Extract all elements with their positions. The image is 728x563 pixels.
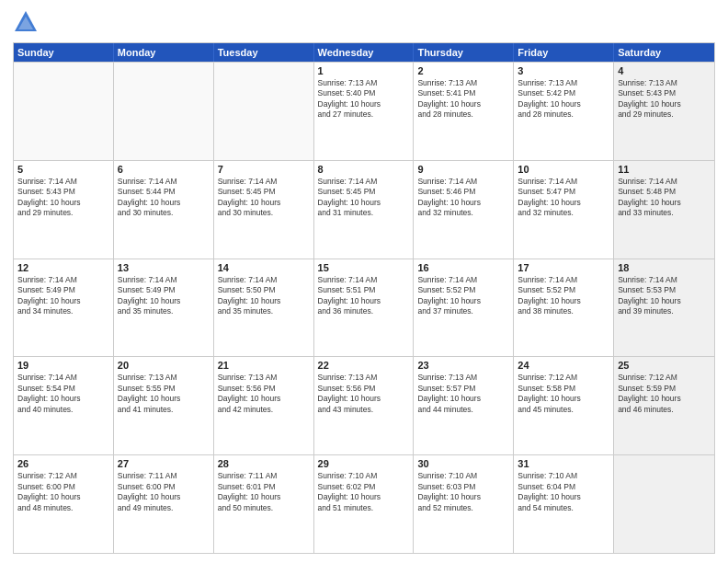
day-number: 19	[17, 360, 109, 371]
day-cell-21: 21Sunrise: 7:13 AM Sunset: 5:56 PM Dayli…	[214, 357, 314, 454]
day-number: 2	[417, 65, 509, 76]
day-info: Sunrise: 7:11 AM Sunset: 6:01 PM Dayligh…	[218, 471, 310, 513]
day-cell-12: 12Sunrise: 7:14 AM Sunset: 5:49 PM Dayli…	[14, 259, 114, 357]
day-number: 26	[17, 458, 109, 469]
day-cell-empty	[114, 63, 214, 160]
day-number: 21	[218, 360, 310, 371]
day-info: Sunrise: 7:12 AM Sunset: 5:59 PM Dayligh…	[618, 373, 711, 415]
day-cell-24: 24Sunrise: 7:12 AM Sunset: 5:58 PM Dayli…	[514, 357, 614, 454]
day-cell-empty	[14, 63, 114, 160]
week-row-4: 19Sunrise: 7:14 AM Sunset: 5:54 PM Dayli…	[14, 356, 714, 454]
day-headers: SundayMondayTuesdayWednesdayThursdayFrid…	[14, 43, 714, 62]
day-cell-5: 5Sunrise: 7:14 AM Sunset: 5:43 PM Daylig…	[14, 161, 114, 259]
week-row-5: 26Sunrise: 7:12 AM Sunset: 6:00 PM Dayli…	[14, 454, 714, 553]
day-cell-10: 10Sunrise: 7:14 AM Sunset: 5:47 PM Dayli…	[514, 161, 614, 259]
day-cell-19: 19Sunrise: 7:14 AM Sunset: 5:54 PM Dayli…	[14, 357, 114, 454]
day-number: 8	[318, 164, 410, 175]
day-info: Sunrise: 7:14 AM Sunset: 5:46 PM Dayligh…	[417, 177, 509, 219]
page-header	[13, 9, 715, 35]
day-number: 22	[318, 360, 410, 371]
day-cell-22: 22Sunrise: 7:13 AM Sunset: 5:56 PM Dayli…	[314, 357, 415, 454]
day-info: Sunrise: 7:14 AM Sunset: 5:45 PM Dayligh…	[218, 177, 310, 219]
logo-icon	[13, 9, 39, 35]
day-info: Sunrise: 7:10 AM Sunset: 6:02 PM Dayligh…	[318, 471, 410, 513]
day-number: 10	[518, 164, 609, 175]
weeks: 1Sunrise: 7:13 AM Sunset: 5:40 PM Daylig…	[14, 62, 714, 553]
day-header-saturday: Saturday	[614, 43, 714, 62]
day-number: 5	[17, 164, 109, 175]
week-row-1: 1Sunrise: 7:13 AM Sunset: 5:40 PM Daylig…	[14, 62, 714, 160]
day-cell-6: 6Sunrise: 7:14 AM Sunset: 5:44 PM Daylig…	[114, 161, 214, 259]
week-row-2: 5Sunrise: 7:14 AM Sunset: 5:43 PM Daylig…	[14, 160, 714, 259]
day-info: Sunrise: 7:12 AM Sunset: 5:58 PM Dayligh…	[518, 373, 609, 415]
day-number: 28	[218, 458, 310, 469]
day-number: 20	[118, 360, 210, 371]
day-info: Sunrise: 7:14 AM Sunset: 5:54 PM Dayligh…	[17, 373, 109, 415]
day-cell-20: 20Sunrise: 7:13 AM Sunset: 5:55 PM Dayli…	[114, 357, 214, 454]
day-cell-18: 18Sunrise: 7:14 AM Sunset: 5:53 PM Dayli…	[614, 259, 714, 357]
day-info: Sunrise: 7:10 AM Sunset: 6:03 PM Dayligh…	[417, 471, 509, 513]
day-number: 23	[417, 360, 509, 371]
day-number: 1	[318, 65, 410, 76]
day-number: 25	[618, 360, 711, 371]
day-cell-8: 8Sunrise: 7:14 AM Sunset: 5:45 PM Daylig…	[314, 161, 415, 259]
day-number: 3	[518, 65, 609, 76]
day-info: Sunrise: 7:14 AM Sunset: 5:43 PM Dayligh…	[17, 177, 109, 219]
day-info: Sunrise: 7:13 AM Sunset: 5:57 PM Dayligh…	[417, 373, 509, 415]
day-header-monday: Monday	[114, 43, 214, 62]
day-cell-7: 7Sunrise: 7:14 AM Sunset: 5:45 PM Daylig…	[214, 161, 314, 259]
day-info: Sunrise: 7:12 AM Sunset: 6:00 PM Dayligh…	[17, 471, 109, 513]
day-cell-2: 2Sunrise: 7:13 AM Sunset: 5:41 PM Daylig…	[414, 63, 514, 160]
day-header-friday: Friday	[514, 43, 614, 62]
day-cell-27: 27Sunrise: 7:11 AM Sunset: 6:00 PM Dayli…	[114, 455, 214, 553]
day-header-sunday: Sunday	[14, 43, 114, 62]
day-number: 11	[618, 164, 711, 175]
day-cell-4: 4Sunrise: 7:13 AM Sunset: 5:43 PM Daylig…	[614, 63, 714, 160]
day-number: 30	[417, 458, 509, 469]
day-cell-3: 3Sunrise: 7:13 AM Sunset: 5:42 PM Daylig…	[514, 63, 614, 160]
day-info: Sunrise: 7:14 AM Sunset: 5:48 PM Dayligh…	[618, 177, 711, 219]
calendar: SundayMondayTuesdayWednesdayThursdayFrid…	[13, 42, 715, 554]
day-header-tuesday: Tuesday	[214, 43, 314, 62]
day-info: Sunrise: 7:11 AM Sunset: 6:00 PM Dayligh…	[118, 471, 210, 513]
day-info: Sunrise: 7:14 AM Sunset: 5:49 PM Dayligh…	[118, 275, 210, 317]
day-cell-14: 14Sunrise: 7:14 AM Sunset: 5:50 PM Dayli…	[214, 259, 314, 357]
day-number: 4	[618, 65, 711, 76]
day-info: Sunrise: 7:13 AM Sunset: 5:56 PM Dayligh…	[318, 373, 410, 415]
day-info: Sunrise: 7:14 AM Sunset: 5:53 PM Dayligh…	[618, 275, 711, 317]
day-number: 6	[118, 164, 210, 175]
logo	[13, 9, 42, 35]
day-cell-26: 26Sunrise: 7:12 AM Sunset: 6:00 PM Dayli…	[14, 455, 114, 553]
day-info: Sunrise: 7:10 AM Sunset: 6:04 PM Dayligh…	[518, 471, 609, 513]
day-cell-1: 1Sunrise: 7:13 AM Sunset: 5:40 PM Daylig…	[314, 63, 415, 160]
day-number: 16	[417, 262, 509, 273]
day-info: Sunrise: 7:13 AM Sunset: 5:42 PM Dayligh…	[518, 78, 609, 121]
day-cell-empty	[214, 63, 314, 160]
day-cell-29: 29Sunrise: 7:10 AM Sunset: 6:02 PM Dayli…	[314, 455, 415, 553]
day-number: 18	[618, 262, 711, 273]
day-cell-13: 13Sunrise: 7:14 AM Sunset: 5:49 PM Dayli…	[114, 259, 214, 357]
day-info: Sunrise: 7:13 AM Sunset: 5:43 PM Dayligh…	[618, 78, 711, 121]
day-cell-11: 11Sunrise: 7:14 AM Sunset: 5:48 PM Dayli…	[614, 161, 714, 259]
day-info: Sunrise: 7:13 AM Sunset: 5:56 PM Dayligh…	[218, 373, 310, 415]
day-info: Sunrise: 7:14 AM Sunset: 5:52 PM Dayligh…	[417, 275, 509, 317]
day-cell-31: 31Sunrise: 7:10 AM Sunset: 6:04 PM Dayli…	[514, 455, 614, 553]
day-header-thursday: Thursday	[414, 43, 514, 62]
day-number: 24	[518, 360, 609, 371]
day-number: 7	[218, 164, 310, 175]
week-row-3: 12Sunrise: 7:14 AM Sunset: 5:49 PM Dayli…	[14, 259, 714, 357]
day-number: 31	[518, 458, 609, 469]
day-cell-9: 9Sunrise: 7:14 AM Sunset: 5:46 PM Daylig…	[414, 161, 514, 259]
day-info: Sunrise: 7:14 AM Sunset: 5:45 PM Dayligh…	[318, 177, 410, 219]
day-cell-16: 16Sunrise: 7:14 AM Sunset: 5:52 PM Dayli…	[414, 259, 514, 357]
day-info: Sunrise: 7:14 AM Sunset: 5:52 PM Dayligh…	[518, 275, 609, 317]
day-number: 29	[318, 458, 410, 469]
day-info: Sunrise: 7:14 AM Sunset: 5:50 PM Dayligh…	[218, 275, 310, 317]
day-info: Sunrise: 7:14 AM Sunset: 5:44 PM Dayligh…	[118, 177, 210, 219]
day-number: 12	[17, 262, 109, 273]
day-cell-25: 25Sunrise: 7:12 AM Sunset: 5:59 PM Dayli…	[614, 357, 714, 454]
day-header-wednesday: Wednesday	[314, 43, 415, 62]
day-number: 13	[118, 262, 210, 273]
day-info: Sunrise: 7:14 AM Sunset: 5:51 PM Dayligh…	[318, 275, 410, 317]
day-cell-30: 30Sunrise: 7:10 AM Sunset: 6:03 PM Dayli…	[414, 455, 514, 553]
